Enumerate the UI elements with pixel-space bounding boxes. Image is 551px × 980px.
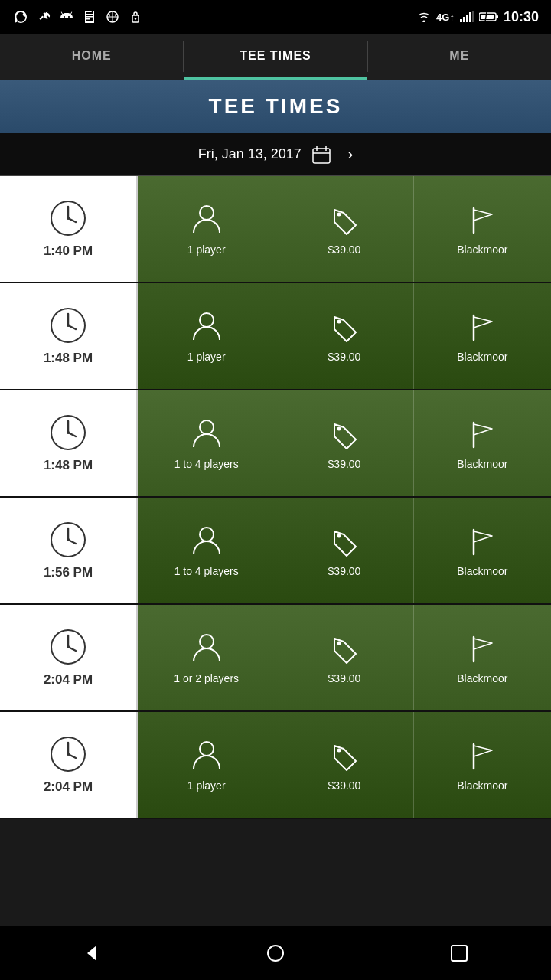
price-tag-icon [327, 416, 362, 452]
course-label: Blackmoor [457, 351, 507, 363]
svg-rect-14 [472, 11, 474, 22]
person-icon [189, 524, 224, 559]
players-cell[interactable]: 1 or 2 players [138, 605, 276, 710]
svg-point-35 [337, 320, 341, 324]
players-cell[interactable]: 1 player [138, 283, 276, 389]
tee-time-cell: 2:04 PM [0, 712, 138, 818]
svg-rect-11 [463, 17, 465, 22]
tab-tee-times[interactable]: TEE TIMES [184, 34, 367, 80]
svg-rect-16 [496, 15, 498, 18]
status-icons-left [12, 8, 144, 25]
tee-details: 1 player $39.00 Blackmoor [138, 176, 551, 282]
players-cell[interactable]: 1 to 4 players [138, 498, 276, 603]
course-cell[interactable]: Blackmoor [414, 605, 551, 710]
tee-row[interactable]: 2:04 PM 1 player $39.00 Blackmoor [0, 712, 551, 819]
price-label: $39.00 [328, 243, 361, 256]
tab-home[interactable]: HOME [0, 34, 183, 80]
price-cell[interactable]: $39.00 [276, 712, 413, 818]
next-date-chevron[interactable]: › [347, 145, 353, 165]
svg-rect-12 [466, 15, 468, 22]
course-label: Blackmoor [457, 243, 507, 256]
recents-button[interactable] [444, 938, 474, 969]
flag-icon [465, 738, 500, 773]
tee-row[interactable]: 1:56 PM 1 to 4 players $39.00 Blackmoor [0, 498, 551, 605]
course-cell[interactable]: Blackmoor [414, 390, 551, 496]
course-label: Blackmoor [457, 565, 507, 577]
svg-point-42 [337, 427, 341, 431]
players-cell[interactable]: 1 player [138, 712, 276, 818]
clock-icon [49, 413, 87, 452]
players-label: 1 player [187, 351, 226, 363]
time-label: 1:40 PM [44, 243, 93, 259]
course-label: Blackmoor [457, 458, 507, 470]
course-cell[interactable]: Blackmoor [414, 283, 551, 389]
flag-icon [465, 416, 500, 452]
svg-point-66 [268, 946, 283, 961]
price-cell[interactable]: $39.00 [276, 176, 413, 282]
svg-point-26 [67, 217, 70, 220]
document-icon [81, 8, 98, 25]
svg-point-27 [200, 206, 214, 220]
tee-row[interactable]: 1:40 PM 1 player $39.00 Blackmoor [0, 176, 551, 283]
person-icon [189, 202, 224, 237]
price-cell[interactable]: $39.00 [276, 498, 413, 603]
tee-row[interactable]: 1:48 PM 1 player $39.00 Blackmoor [0, 283, 551, 390]
players-label: 1 player [187, 243, 226, 256]
flag-icon [465, 309, 500, 345]
network-type: 4G↑ [436, 11, 455, 23]
svg-point-9 [135, 18, 136, 19]
svg-line-18 [485, 12, 487, 21]
course-cell[interactable]: Blackmoor [414, 498, 551, 603]
time-label: 1:48 PM [44, 458, 93, 473]
tee-time-cell: 1:40 PM [0, 176, 138, 282]
svg-point-55 [200, 635, 214, 648]
course-cell[interactable]: Blackmoor [414, 176, 551, 282]
time-label: 2:04 PM [44, 779, 93, 795]
svg-rect-5 [86, 16, 93, 18]
skype-icon [12, 8, 29, 25]
clock-icon [49, 521, 87, 559]
person-icon [189, 309, 224, 345]
tee-times-list: 1:40 PM 1 player $39.00 Blackmoor 1:48 P… [0, 176, 551, 926]
svg-point-47 [67, 538, 70, 541]
svg-point-40 [67, 431, 70, 434]
time-label: 1:56 PM [44, 565, 93, 580]
svg-point-41 [200, 420, 214, 434]
svg-point-56 [337, 642, 341, 645]
signal-icon [459, 11, 474, 23]
price-cell[interactable]: $39.00 [276, 283, 413, 389]
price-label: $39.00 [328, 672, 361, 684]
svg-rect-4 [86, 14, 93, 15]
date-bar[interactable]: Fri, Jan 13, 2017 › [0, 133, 551, 176]
clock-icon [49, 628, 87, 666]
price-cell[interactable]: $39.00 [276, 390, 413, 496]
players-cell[interactable]: 1 player [138, 176, 276, 282]
course-cell[interactable]: Blackmoor [414, 712, 551, 818]
players-label: 1 to 4 players [174, 565, 239, 577]
players-label: 1 or 2 players [174, 672, 239, 684]
tab-me[interactable]: ME [368, 34, 551, 80]
tee-row[interactable]: 2:04 PM 1 or 2 players $39.00 Blackmoor [0, 605, 551, 712]
flag-icon [465, 202, 500, 237]
tee-details: 1 to 4 players $39.00 Blackmoor [138, 390, 551, 496]
price-tag-icon [327, 309, 362, 345]
price-label: $39.00 [328, 458, 361, 470]
calendar-icon[interactable] [311, 144, 332, 165]
home-button[interactable] [260, 938, 291, 969]
tee-details: 1 to 4 players $39.00 Blackmoor [138, 498, 551, 603]
clock-icon [49, 199, 87, 237]
tee-row[interactable]: 1:48 PM 1 to 4 players $39.00 Blackmoor [0, 390, 551, 498]
back-button[interactable] [77, 938, 107, 969]
svg-marker-65 [87, 946, 96, 961]
battery-icon [479, 11, 499, 22]
flag-icon [465, 631, 500, 666]
price-tag-icon [327, 738, 362, 773]
players-cell[interactable]: 1 to 4 players [138, 390, 276, 496]
tee-details: 1 or 2 players $39.00 Blackmoor [138, 605, 551, 710]
svg-rect-1 [85, 11, 86, 23]
svg-rect-67 [452, 946, 467, 961]
price-cell[interactable]: $39.00 [276, 605, 413, 710]
page-title: TEE TIMES [209, 94, 343, 119]
svg-rect-19 [313, 149, 330, 163]
svg-point-34 [200, 313, 214, 327]
